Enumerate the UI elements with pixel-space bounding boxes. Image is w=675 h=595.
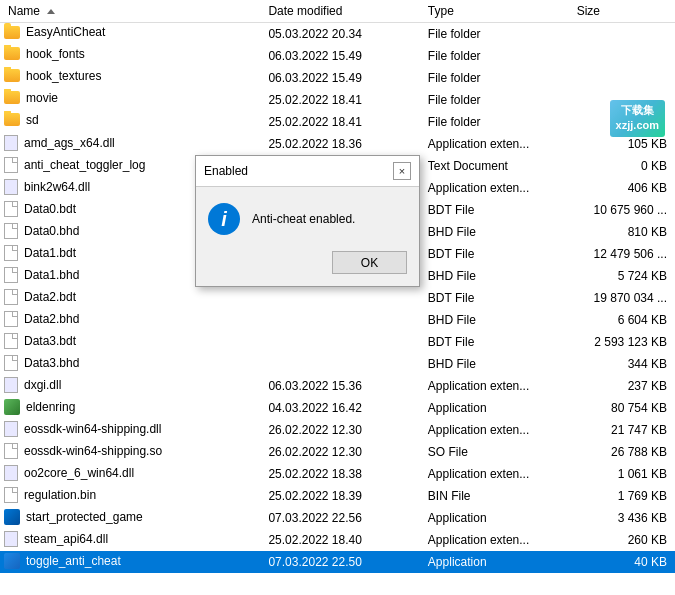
dialog-overlay: Enabled × i Anti-cheat enabled. OK — [0, 0, 675, 595]
dialog-titlebar: Enabled × — [196, 156, 419, 187]
main-container: Name Date modified Type Size — [0, 0, 675, 595]
ok-button[interactable]: OK — [332, 251, 407, 274]
dialog-message: Anti-cheat enabled. — [252, 212, 355, 226]
dialog-body: i Anti-cheat enabled. — [196, 187, 419, 243]
dialog-footer: OK — [196, 243, 419, 286]
info-icon: i — [208, 203, 240, 235]
dialog-box: Enabled × i Anti-cheat enabled. OK — [195, 155, 420, 287]
dialog-close-button[interactable]: × — [393, 162, 411, 180]
dialog-title: Enabled — [204, 164, 248, 178]
